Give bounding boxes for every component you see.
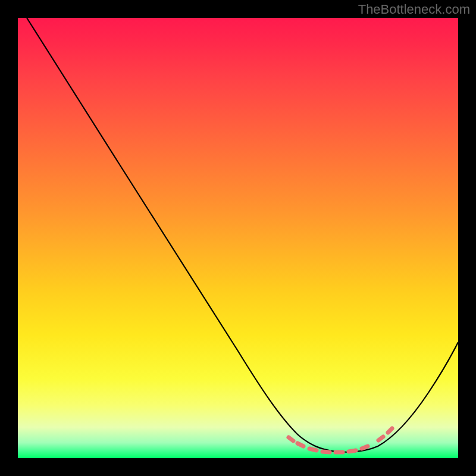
watermark-text: TheBottleneck.com <box>358 2 470 17</box>
curve-layer <box>18 18 458 458</box>
marker-seg <box>309 449 317 450</box>
chart-container: TheBottleneck.com <box>0 0 476 476</box>
marker-seg <box>388 428 392 433</box>
bottleneck-curve <box>27 18 458 452</box>
marker-seg <box>362 446 368 449</box>
marker-seg <box>298 443 303 446</box>
marker-seg <box>349 450 356 452</box>
marker-seg <box>289 437 293 441</box>
marker-seg <box>322 452 330 452</box>
plot-area <box>18 18 458 458</box>
marker-seg <box>378 437 383 440</box>
